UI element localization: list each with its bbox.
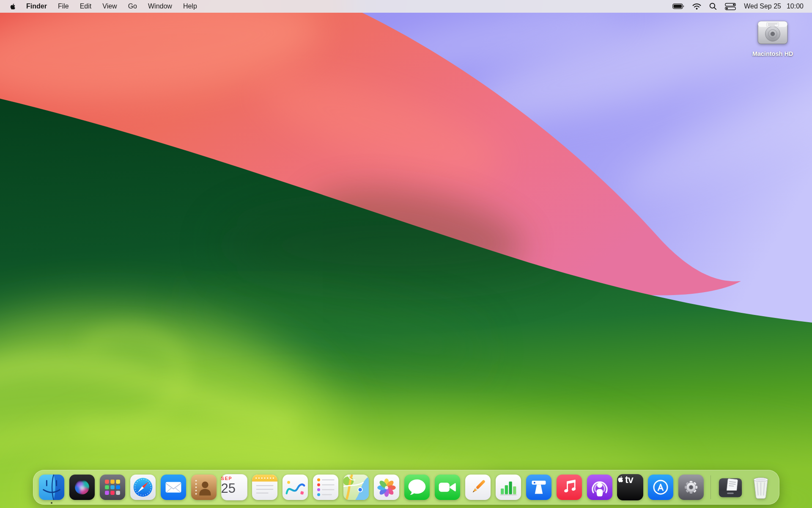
freeform-icon xyxy=(282,474,308,500)
dock-item-pages[interactable] xyxy=(465,474,491,500)
dock-item-mail[interactable] xyxy=(160,474,187,500)
music-icon xyxy=(556,474,582,500)
desktop: Finder File Edit View Go Window Help xyxy=(0,0,812,508)
dock-item-calendar[interactable]: SEP 25 xyxy=(221,474,247,500)
photos-icon xyxy=(373,474,400,500)
dock-item-app-store[interactable] xyxy=(647,474,674,500)
dock-item-messages[interactable] xyxy=(404,474,430,500)
messages-icon xyxy=(404,474,430,500)
control-center-icon[interactable] xyxy=(725,3,736,10)
menu-item-edit[interactable]: Edit xyxy=(74,3,97,10)
safari-icon xyxy=(130,474,156,500)
desktop-wallpaper xyxy=(0,0,812,508)
keynote-icon xyxy=(526,474,552,500)
dock: SEP 25 xyxy=(33,470,779,505)
apple-menu[interactable] xyxy=(9,3,21,10)
apple-logo-icon xyxy=(9,3,16,10)
dock-item-freeform[interactable] xyxy=(282,474,308,500)
menu-bar-clock[interactable]: Wed Sep 25 10:00 xyxy=(744,3,804,10)
spotlight-search-icon[interactable] xyxy=(709,3,717,10)
dock-item-photos[interactable] xyxy=(373,474,400,500)
calendar-icon: SEP 25 xyxy=(221,474,247,500)
menu-item-help[interactable]: Help xyxy=(178,3,203,10)
dock-item-system-settings[interactable] xyxy=(678,474,704,500)
dock-item-keynote[interactable] xyxy=(526,474,552,500)
dock-item-launchpad[interactable] xyxy=(99,474,126,500)
tv-icon: tv xyxy=(617,474,643,500)
finder-icon xyxy=(38,474,65,500)
dock-item-tv[interactable]: tv xyxy=(617,474,643,500)
tv-label: tv xyxy=(625,474,633,485)
trash-icon xyxy=(748,474,774,500)
desktop-icon-macintosh-hd[interactable]: Macintosh HD xyxy=(746,19,799,57)
menu-bar: Finder File Edit View Go Window Help xyxy=(0,0,812,13)
dock-item-safari[interactable] xyxy=(130,474,156,500)
mail-icon xyxy=(160,474,187,500)
clock-time: 10:00 xyxy=(787,3,804,10)
launchpad-icon xyxy=(99,474,126,500)
clock-date: Wed Sep 25 xyxy=(744,3,781,10)
menu-item-window[interactable]: Window xyxy=(143,3,178,10)
dock-item-downloads[interactable] xyxy=(717,474,743,500)
app-store-icon xyxy=(647,474,674,500)
siri-icon xyxy=(69,474,95,500)
menu-item-file[interactable]: File xyxy=(52,3,74,10)
battery-icon[interactable] xyxy=(672,3,684,9)
dock-divider xyxy=(710,475,711,499)
dock-item-music[interactable] xyxy=(556,474,582,500)
dock-item-reminders[interactable] xyxy=(313,474,339,500)
dock-item-facetime[interactable] xyxy=(434,474,461,500)
pages-icon xyxy=(465,474,491,500)
maps-icon xyxy=(343,474,369,500)
contacts-icon xyxy=(191,474,217,500)
wifi-icon[interactable] xyxy=(692,3,701,10)
menu-item-view[interactable]: View xyxy=(97,3,122,10)
numbers-icon xyxy=(495,474,521,500)
podcasts-icon xyxy=(587,474,613,500)
menu-item-go[interactable]: Go xyxy=(123,3,143,10)
volume-label: Macintosh HD xyxy=(752,50,793,57)
reminders-icon xyxy=(313,474,339,500)
menu-item-finder[interactable]: Finder xyxy=(21,3,52,10)
dock-area: SEP 25 xyxy=(0,470,812,505)
menu-bar-left: Finder File Edit View Go Window Help xyxy=(9,3,203,10)
dock-item-trash[interactable] xyxy=(748,474,774,500)
calendar-day: 25 xyxy=(221,481,236,496)
apple-logo-icon xyxy=(617,475,623,483)
dock-item-finder[interactable] xyxy=(38,474,65,500)
facetime-icon xyxy=(434,474,461,500)
calendar-month: SEP xyxy=(221,476,233,481)
hard-drive-icon xyxy=(755,19,790,48)
downloads-stack-icon xyxy=(717,474,743,500)
notes-icon xyxy=(252,474,278,500)
dock-item-siri[interactable] xyxy=(69,474,95,500)
dock-item-notes[interactable] xyxy=(252,474,278,500)
dock-item-maps[interactable] xyxy=(343,474,369,500)
menu-bar-status: Wed Sep 25 10:00 xyxy=(672,3,804,10)
dock-item-contacts[interactable] xyxy=(191,474,217,500)
dock-item-numbers[interactable] xyxy=(495,474,521,500)
running-indicator xyxy=(51,502,52,504)
dock-item-podcasts[interactable] xyxy=(587,474,613,500)
system-settings-icon xyxy=(678,474,704,500)
